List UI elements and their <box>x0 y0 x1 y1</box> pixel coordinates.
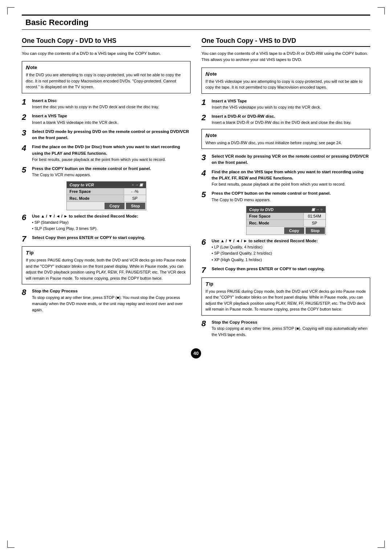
step-5-body: The Copy to VCR menu appears. <box>32 173 91 177</box>
right-step-7-title: Select Copy then press ENTER or COPY to … <box>212 267 325 271</box>
right-step-num-3: 3 <box>201 153 210 162</box>
corner-mark-tl <box>7 7 15 15</box>
left-step-4: 4 Find the place on the DVD (or Disc) fr… <box>22 144 191 163</box>
menu-dvd-recmode-row: Rec. Mode SP <box>246 220 326 227</box>
left-step-5: 5 Press the COPY button on the remote co… <box>22 166 191 178</box>
corner-mark-bl <box>7 540 15 548</box>
step-1-title: Insert a Disc <box>32 98 57 103</box>
right-step-1-title: Insert a VHS Tape <box>212 99 247 103</box>
menu-vcr-title: Copy to VCR ○ → ▣ <box>67 182 146 188</box>
step-4-body: For best results, pause playback at the … <box>32 157 166 162</box>
right-step-num-6: 6 <box>201 238 210 247</box>
right-step-num-1: 1 <box>201 98 210 107</box>
right-step-6: 6 Use ▲ / ▼ / ◄ / ► to select the desire… <box>201 238 370 263</box>
menu-vcr-recmode-label: Rec. Mode <box>67 195 124 202</box>
menu-dvd-freespace-value: 01:54M <box>304 213 326 219</box>
step-num-6: 6 <box>22 213 30 222</box>
left-step-8: 8 Stop the Copy Process To stop copying … <box>22 288 191 313</box>
right-step-4-body: For best results, pause playback at the … <box>212 182 346 186</box>
note-n-icon-right2: N <box>205 132 209 138</box>
page-number-section: 40 <box>22 348 370 358</box>
right-step-5-title: Press the COPY button on the remote cont… <box>212 191 331 195</box>
left-note-text: If the DVD you are attempting to copy is… <box>26 72 187 90</box>
copy-to-vcr-menu: Copy to VCR ○ → ▣ Free Space - -% Rec. M… <box>66 181 146 210</box>
step-2-body: Insert a blank VHS videotape into the VC… <box>32 120 118 125</box>
menu-dvd-freespace-row: Free Space 01:54M <box>246 213 326 220</box>
left-step-2: 2 Insert a VHS Tape Insert a blank VHS v… <box>22 113 191 126</box>
menu-vcr-recmode-value: SP <box>124 195 146 202</box>
left-note-box: N ote If the DVD you are attempting to c… <box>22 61 191 93</box>
menu-vcr-freespace-value: - -% <box>124 188 146 195</box>
note-n-icon: N <box>26 64 30 70</box>
menu-vcr-label: Copy to VCR <box>70 183 94 187</box>
menu-vcr-freespace-row: Free Space - -% <box>67 188 146 195</box>
step-num-3: 3 <box>22 129 30 137</box>
left-step-7: 7 Select Copy then press ENTER or COPY t… <box>22 235 191 243</box>
right-step-5-body: The Copy to DVD menu appears. <box>212 198 271 202</box>
menu-vcr-icons: ○ → ▣ <box>132 183 143 187</box>
page-title: Basic Recording <box>25 18 89 27</box>
right-step-8-body: To stop copying at any other time, press… <box>212 326 367 337</box>
right-step-4-title: Find the place on the VHS tape from whic… <box>212 170 364 180</box>
right-step-4: 4 Find the place on the VHS tape from wh… <box>201 169 370 188</box>
right-note-title: N ote <box>205 71 366 77</box>
step-num-8: 8 <box>22 288 30 297</box>
right-note-box: N ote If the VHS videotape you are attem… <box>201 68 370 94</box>
page-number: 40 <box>191 348 201 358</box>
left-tip-box: T ip If you press PAUSE during Copy mode… <box>22 246 191 284</box>
step-num-1: 1 <box>22 98 30 106</box>
step-2-title: Insert a VHS Tape <box>32 114 67 118</box>
step-5-title: Press the COPY button on the remote cont… <box>32 166 151 171</box>
right-step-1: 1 Insert a VHS Tape Insert the VHS video… <box>201 98 370 111</box>
left-step-3: 3 Select DVD mode by pressing DVD on the… <box>22 129 191 141</box>
corner-mark-tr <box>377 7 385 15</box>
menu-dvd-label: Copy to DVD <box>249 207 274 212</box>
left-tip-text: If you press PAUSE during Copy mode, bot… <box>26 257 187 281</box>
step-num-7: 7 <box>22 235 30 243</box>
menu-dvd-icons: ▣ → ○ <box>311 207 323 211</box>
step-1-body: Insert the disc you wish to copy in the … <box>32 105 159 109</box>
right-step-5: 5 Press the COPY button on the remote co… <box>201 190 370 203</box>
step-8-body: To stop copying at any other time, press… <box>32 295 183 312</box>
copy-to-dvd-menu: Copy to DVD ▣ → ○ Free Space 01:54M Rec.… <box>246 206 326 235</box>
right-tip-title: T ip <box>205 281 366 287</box>
left-column: One Touch Copy - DVD to VHS You can copy… <box>22 37 191 341</box>
right-note-text: If the VHS videotape you are attempting … <box>205 78 366 90</box>
right-step-1-body: Insert the VHS videotape you wish to cop… <box>212 105 321 109</box>
right-step-2: 2 Insert a DVD-R or DVD-RW disc. Insert … <box>201 113 370 126</box>
menu-dvd-stop-button[interactable]: Stop <box>306 227 324 234</box>
menu-dvd-freespace-label: Free Space <box>246 213 304 219</box>
step-6-title: Use ▲ / ▼ / ◄ / ► to select the desired … <box>32 214 138 218</box>
right-section-intro: You can copy the contents of a VHS tape … <box>201 50 370 63</box>
right-step-2-body: Insert a blank DVD-R or DVD-RW disc in t… <box>212 120 351 125</box>
menu-vcr-recmode-row: Rec. Mode SP <box>67 195 146 202</box>
two-column-layout: One Touch Copy - DVD to VHS You can copy… <box>22 37 370 341</box>
page-title-section: Basic Recording <box>22 15 370 30</box>
step-6-body: • SP (Standard Play)• SLP (Super Long Pl… <box>32 220 98 231</box>
right-step-2-title: Insert a DVD-R or DVD-RW disc. <box>212 114 275 118</box>
right-step-num-4: 4 <box>201 169 210 178</box>
right-step-num-2: 2 <box>201 113 210 122</box>
menu-vcr-stop-button[interactable]: Stop <box>126 203 145 209</box>
step-7-title: Select Copy then press ENTER or COPY to … <box>32 235 145 240</box>
right-step-num-7: 7 <box>201 266 210 275</box>
left-section-intro: You can copy the contents of a DVD to a … <box>22 50 191 57</box>
menu-vcr-copy-button[interactable]: Copy <box>105 203 125 209</box>
menu-vcr-buttons: Copy Stop <box>67 202 146 210</box>
corner-mark-br <box>377 540 385 548</box>
right-step-6-title: Use ▲ / ▼ / ◄ / ► to select the desired … <box>212 239 318 243</box>
right-note2-title: N ote <box>205 132 366 138</box>
step-num-5: 5 <box>22 166 30 174</box>
left-section-heading: One Touch Copy - DVD to VHS <box>22 37 191 47</box>
tip-t-icon-right: T <box>205 281 209 287</box>
menu-dvd-copy-button[interactable]: Copy <box>284 227 305 234</box>
note-n-icon-right: N <box>205 71 209 77</box>
step-3-title: Select DVD mode by pressing DVD on the r… <box>32 129 189 140</box>
step-4-title: Find the place on the DVD (or Disc) from… <box>32 145 180 155</box>
right-step-3-title: Select VCR mode by pressing VCR on the r… <box>212 154 369 165</box>
menu-dvd-recmode-label: Rec. Mode <box>246 220 304 226</box>
right-step-6-body: • LP (Low Quality, 4 hrs/disc)• SP (Stan… <box>212 245 272 262</box>
left-tip-title: T ip <box>26 250 187 256</box>
right-step-num-5: 5 <box>201 190 210 199</box>
right-tip-box: T ip If you press PAUSE during Copy mode… <box>201 278 370 316</box>
